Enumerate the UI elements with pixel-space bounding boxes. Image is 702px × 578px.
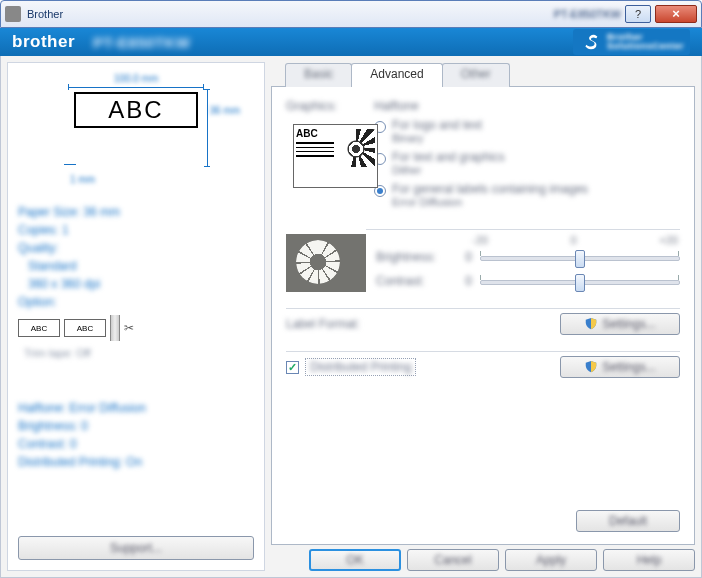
brightness-value: 0 [454, 250, 472, 264]
radio-binary[interactable]: For logo and textBinary [374, 119, 680, 145]
distributed-printing-settings-button[interactable]: Settings... [560, 356, 680, 378]
contrast-slider[interactable] [480, 272, 680, 290]
brightness-slider[interactable] [480, 248, 680, 266]
brightness-thumb[interactable] [575, 250, 585, 268]
preview-ruler-margin [64, 161, 76, 169]
brand-logo: brother [12, 32, 75, 52]
solutions-center-link[interactable]: BrotherSolutionsCenter [573, 29, 690, 55]
halftone-heading: Halftone [374, 99, 680, 113]
titlebar: Brother PT-E850TKW ? × [0, 0, 702, 28]
left-pane: 100.0 mm ABC 36 mm 1 mm Paper Size: 36 m… [7, 62, 265, 571]
help-button[interactable]: ? [625, 5, 651, 23]
solutions-text: BrotherSolutionsCenter [607, 33, 684, 51]
divider-1 [366, 229, 680, 230]
solutions-s-icon [579, 31, 601, 53]
preview-dim-height: 36 mm [209, 105, 240, 116]
tab-panel-advanced: Graphics: Halftone For logo and textBina… [271, 86, 695, 545]
summary-info-2: Halftone: Error Diffusion Brightness: 0 … [18, 399, 254, 471]
trim-info: Trim tape: Off [24, 347, 254, 359]
tab-bar: Basic Advanced Other [271, 62, 695, 86]
halftone-radiogroup: For logo and textBinary For text and gra… [374, 119, 680, 209]
summary-info-1: Paper Size: 36 mm Copies: 1 Quality: Sta… [18, 203, 254, 311]
preview-dim-margin: 1 mm [70, 174, 95, 185]
shield-icon [584, 317, 598, 331]
default-button[interactable]: Default [576, 510, 680, 532]
contrast-thumb[interactable] [575, 274, 585, 292]
divider-3 [286, 351, 680, 352]
contrast-value: 0 [454, 274, 472, 288]
graphics-thumbnail: ABC [293, 124, 378, 188]
preview-ruler-top [68, 84, 204, 90]
label-preview: 100.0 mm ABC 36 mm 1 mm [18, 73, 254, 173]
window-title-model: PT-E850TKW [554, 8, 621, 20]
tab-advanced[interactable]: Advanced [351, 63, 442, 87]
radio-dither[interactable]: For text and graphicsDither [374, 151, 680, 177]
printer-icon [5, 6, 21, 22]
radio-error-diffusion[interactable]: For general labels containing imagesErro… [374, 183, 680, 209]
label-format-label: Label Format: [286, 317, 560, 331]
shield-icon [584, 360, 598, 374]
option-preview: ABC ABC ✂ [18, 315, 254, 341]
adjustment-preview [286, 234, 366, 292]
support-button[interactable]: Support... [18, 536, 254, 560]
brand-model: PT-E850TKW [93, 34, 191, 51]
divider-2 [286, 308, 680, 309]
brightness-label: Brightness: [376, 250, 446, 264]
right-pane: Basic Advanced Other Graphics: Halftone … [271, 62, 695, 571]
tab-basic[interactable]: Basic [285, 63, 352, 87]
window-title-app: Brother [27, 8, 551, 20]
preview-dim-width: 100.0 mm [66, 73, 206, 84]
content: 100.0 mm ABC 36 mm 1 mm Paper Size: 36 m… [0, 56, 702, 578]
distributed-printing-checkbox[interactable] [286, 361, 299, 374]
brand-bar: brother PT-E850TKW BrotherSolutionsCente… [0, 28, 702, 56]
dialog-buttons: OK Cancel Apply Help [271, 545, 695, 571]
contrast-label: Contrast: [376, 274, 446, 288]
label-format-settings-button[interactable]: Settings... [560, 313, 680, 335]
distributed-printing-label: Distributed Printing [305, 358, 416, 376]
apply-button[interactable]: Apply [505, 549, 597, 571]
close-button[interactable]: × [655, 5, 697, 23]
preview-label: ABC [74, 92, 198, 128]
preview-ruler-right [204, 89, 210, 167]
slider-scale: -200+20 [376, 234, 680, 246]
help-button-bottom[interactable]: Help [603, 549, 695, 571]
sunflower-icon [337, 129, 375, 183]
scissors-icon: ✂ [124, 321, 134, 335]
ok-button[interactable]: OK [309, 549, 401, 571]
mini-label-2: ABC [64, 319, 106, 337]
mini-label-1: ABC [18, 319, 60, 337]
tab-other[interactable]: Other [442, 63, 510, 87]
tape-icon [110, 315, 120, 341]
cancel-button[interactable]: Cancel [407, 549, 499, 571]
